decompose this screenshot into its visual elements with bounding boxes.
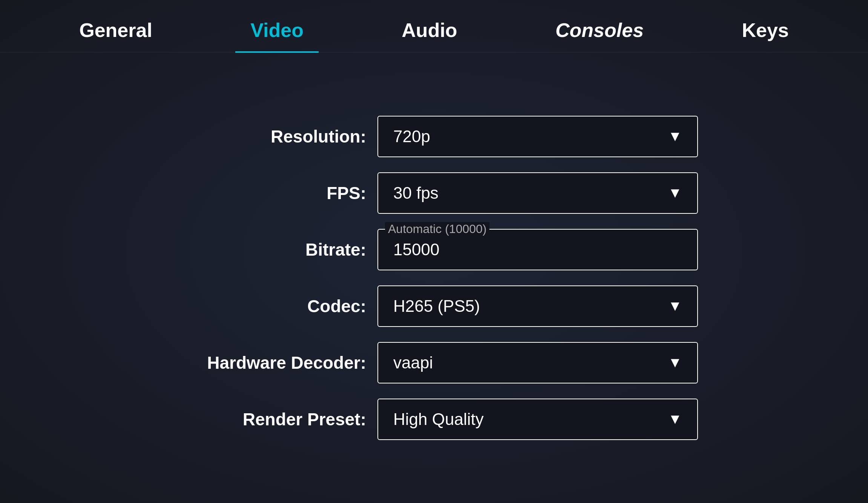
render-preset-label: Render Preset:	[170, 409, 366, 429]
resolution-label: Resolution:	[170, 126, 366, 147]
bitrate-label: Bitrate:	[170, 239, 366, 260]
tab-bar: General Video Audio Consoles Keys	[0, 0, 868, 52]
hardware-decoder-control: vaapi ▼	[377, 342, 698, 383]
hardware-decoder-arrow-icon: ▼	[668, 354, 682, 371]
hardware-decoder-dropdown[interactable]: vaapi ▼	[377, 342, 698, 383]
fps-dropdown[interactable]: 30 fps ▼	[377, 172, 698, 214]
tab-audio[interactable]: Audio	[386, 11, 472, 52]
resolution-control: 720p ▼	[377, 116, 698, 157]
render-preset-control: High Quality ▼	[377, 399, 698, 440]
fps-row: FPS: 30 fps ▼	[170, 172, 698, 214]
codec-value: H265 (PS5)	[393, 297, 480, 316]
resolution-value: 720p	[393, 127, 430, 146]
tab-video[interactable]: Video	[235, 11, 319, 52]
fps-value: 30 fps	[393, 184, 439, 202]
tab-consoles[interactable]: Consoles	[540, 11, 659, 52]
resolution-arrow-icon: ▼	[668, 128, 682, 144]
codec-arrow-icon: ▼	[668, 298, 682, 314]
render-preset-arrow-icon: ▼	[668, 411, 682, 427]
render-preset-value: High Quality	[393, 410, 484, 429]
resolution-row: Resolution: 720p ▼	[170, 116, 698, 157]
codec-dropdown[interactable]: H265 (PS5) ▼	[377, 285, 698, 327]
bitrate-input[interactable]	[377, 229, 698, 270]
tab-general[interactable]: General	[64, 11, 167, 52]
bitrate-control: Automatic (10000)	[377, 229, 698, 270]
codec-row: Codec: H265 (PS5) ▼	[170, 285, 698, 327]
render-preset-row: Render Preset: High Quality ▼	[170, 399, 698, 440]
fps-arrow-icon: ▼	[668, 185, 682, 201]
content-area: Resolution: 720p ▼ FPS: 30 fps ▼ Bitrate…	[0, 52, 868, 503]
fps-control: 30 fps ▼	[377, 172, 698, 214]
fps-label: FPS:	[170, 183, 366, 203]
hardware-decoder-value: vaapi	[393, 353, 433, 372]
codec-label: Codec:	[170, 296, 366, 316]
bitrate-input-container: Automatic (10000)	[377, 229, 698, 270]
hardware-decoder-row: Hardware Decoder: vaapi ▼	[170, 342, 698, 383]
bitrate-row: Bitrate: Automatic (10000)	[170, 229, 698, 270]
render-preset-dropdown[interactable]: High Quality ▼	[377, 399, 698, 440]
tab-keys[interactable]: Keys	[727, 11, 804, 52]
settings-grid: Resolution: 720p ▼ FPS: 30 fps ▼ Bitrate…	[170, 116, 698, 440]
hardware-decoder-label: Hardware Decoder:	[170, 353, 366, 373]
codec-control: H265 (PS5) ▼	[377, 285, 698, 327]
resolution-dropdown[interactable]: 720p ▼	[377, 116, 698, 157]
